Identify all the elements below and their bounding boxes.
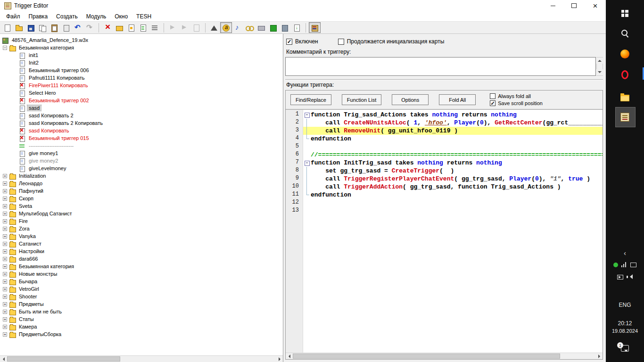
scroll-left-button[interactable]	[286, 353, 292, 359]
expand-icon[interactable]: +	[3, 181, 7, 186]
scroll-right-button[interactable]	[276, 356, 283, 362]
tree-item[interactable]: sasd Копировать 2 Копировать	[0, 119, 283, 127]
taskbar-windows-start-button[interactable]	[606, 4, 644, 23]
import-manager-button[interactable]	[291, 22, 303, 33]
tree-item[interactable]: +Initialization	[0, 172, 283, 180]
tree-horizontal-scrollbar[interactable]	[0, 355, 283, 362]
code-line[interactable]: //======================================…	[303, 151, 603, 159]
tree-item[interactable]: +VetroGirl	[0, 285, 283, 293]
expand-icon[interactable]: +	[3, 332, 7, 337]
tree-item[interactable]: init1	[0, 51, 283, 59]
tree-item[interactable]: +Zora	[0, 225, 283, 232]
redo-button[interactable]	[84, 22, 96, 33]
expand-icon[interactable]: +	[3, 257, 7, 261]
new-category-button[interactable]	[114, 22, 125, 33]
taskbar-world-editor-button[interactable]	[606, 107, 644, 126]
code-line[interactable]: call TriggerAddAction( gg_trg_sasd, func…	[303, 183, 603, 191]
scroll-right-button[interactable]	[596, 353, 603, 359]
comment-input[interactable]	[285, 57, 596, 76]
tree-item[interactable]: +Sveta	[0, 202, 283, 210]
tree-item[interactable]: +Vanyka	[0, 232, 283, 240]
tree-item[interactable]: FirePiwer111 Копировать	[0, 82, 283, 89]
tree-item[interactable]: 48576_Amarlia_Defence_19.w3x	[0, 36, 283, 44]
terrain-editor-button[interactable]	[208, 22, 220, 33]
tree-item[interactable]: Безымянный триггер 006	[0, 66, 283, 74]
undo-button[interactable]	[72, 22, 84, 33]
fold-toggle-icon[interactable]	[303, 111, 311, 119]
taskbar-file-explorer-button[interactable]	[606, 89, 644, 107]
export-script-button[interactable]	[190, 22, 202, 33]
scroll-left-button[interactable]	[0, 356, 7, 362]
code-line[interactable]: call CreateNUnitsAtLoc( 1, 'hfoo', Playe…	[303, 119, 603, 127]
collapse-icon[interactable]: −	[3, 46, 7, 50]
tree-item[interactable]: +Мультиборд Сатанист	[0, 210, 283, 217]
code-editor[interactable]: 12345678910111213 function Trig_sasd_Act…	[286, 109, 603, 353]
tree-item[interactable]: −Безымянная категория	[0, 44, 283, 51]
enabled-checkbox[interactable]	[286, 39, 292, 45]
tree-item[interactable]: sasd Копировать	[0, 127, 283, 134]
comment-scrollbar[interactable]	[596, 57, 603, 76]
tree-item[interactable]: +Бычара	[0, 278, 283, 285]
run-selection-button[interactable]	[179, 22, 190, 33]
code-line[interactable]: endfunction	[303, 191, 603, 199]
expand-icon[interactable]: +	[3, 197, 7, 201]
taskbar-search-button[interactable]	[606, 24, 644, 42]
volume-icon[interactable]	[627, 274, 633, 280]
taskbar-opera-button[interactable]	[606, 65, 644, 84]
tree-item[interactable]: Init2	[0, 59, 283, 66]
tree-item[interactable]: +Быть или не быть	[0, 308, 283, 315]
tree-item[interactable]: +ПредметыСборка	[0, 330, 283, 338]
ai-editor-button[interactable]	[267, 22, 279, 33]
tree-item[interactable]: +Новые монстры	[0, 270, 283, 278]
tree-scrollbar-track[interactable]	[7, 356, 276, 362]
code-line[interactable]	[303, 207, 603, 215]
status-dot-icon[interactable]	[613, 263, 618, 267]
scroll-down-button[interactable]	[596, 69, 603, 75]
close-button[interactable]	[585, 0, 606, 11]
save-scroll-position-checkbox[interactable]	[490, 100, 495, 106]
tree-item[interactable]: +Shooter	[0, 293, 283, 300]
tree-item[interactable]: Pafnuti1111 Копировать	[0, 74, 283, 82]
tree-item[interactable]: +Настройки	[0, 247, 283, 255]
always-fold-all-checkbox[interactable]	[490, 93, 495, 99]
code-line[interactable]	[303, 143, 603, 151]
code-lines[interactable]: function Trig_sasd_Actions takes nothing…	[303, 110, 603, 353]
taskbar-firefox-button[interactable]	[606, 44, 644, 63]
menu-item-module[interactable]: Модуль	[82, 12, 111, 21]
tree-item[interactable]: +Пафнутий	[0, 187, 283, 195]
new-event-button[interactable]	[149, 22, 161, 33]
expand-icon[interactable]: +	[3, 325, 7, 329]
tree-item[interactable]: sasd	[0, 104, 283, 112]
expand-icon[interactable]: +	[3, 234, 7, 239]
tree-item[interactable]: give money1	[0, 149, 283, 157]
scroll-up-button[interactable]	[596, 58, 603, 64]
tree-item[interactable]: +Скорп	[0, 195, 283, 202]
script-editor-button[interactable]	[220, 22, 232, 33]
tree-item[interactable]: +Леонардо	[0, 180, 283, 187]
clock-time[interactable]: 20:12	[606, 320, 644, 327]
expand-icon[interactable]: +	[3, 272, 7, 276]
expand-icon[interactable]: +	[3, 204, 7, 208]
fold-toggle-icon[interactable]	[303, 159, 311, 167]
delete-button[interactable]	[102, 22, 114, 33]
tree-item[interactable]: +Безымянная категория	[0, 263, 283, 270]
open-map-button[interactable]	[13, 22, 25, 33]
tree-item[interactable]: +Fire	[0, 217, 283, 225]
splitter[interactable]	[285, 79, 603, 80]
expand-icon[interactable]: +	[3, 287, 7, 291]
tree-item[interactable]: Безымянный триггер 015	[0, 134, 283, 142]
tree-item[interactable]: --------------------------	[0, 142, 283, 149]
code-horizontal-scrollbar[interactable]	[286, 353, 603, 359]
display-icon[interactable]	[630, 263, 636, 267]
code-scrollbar-track[interactable]	[292, 353, 596, 359]
trigger-editor-button[interactable]	[309, 22, 321, 33]
object-editor-button[interactable]	[244, 22, 256, 33]
cast-icon[interactable]	[617, 275, 623, 280]
tray-expand-button[interactable]	[606, 249, 644, 257]
new-comment-button[interactable]	[137, 22, 149, 33]
network-icon[interactable]	[621, 262, 627, 267]
expand-icon[interactable]: +	[3, 264, 7, 269]
campaign-editor-button[interactable]	[256, 22, 267, 33]
menu-item-tesh[interactable]: TESH	[132, 12, 156, 21]
expand-icon[interactable]: +	[3, 174, 7, 178]
